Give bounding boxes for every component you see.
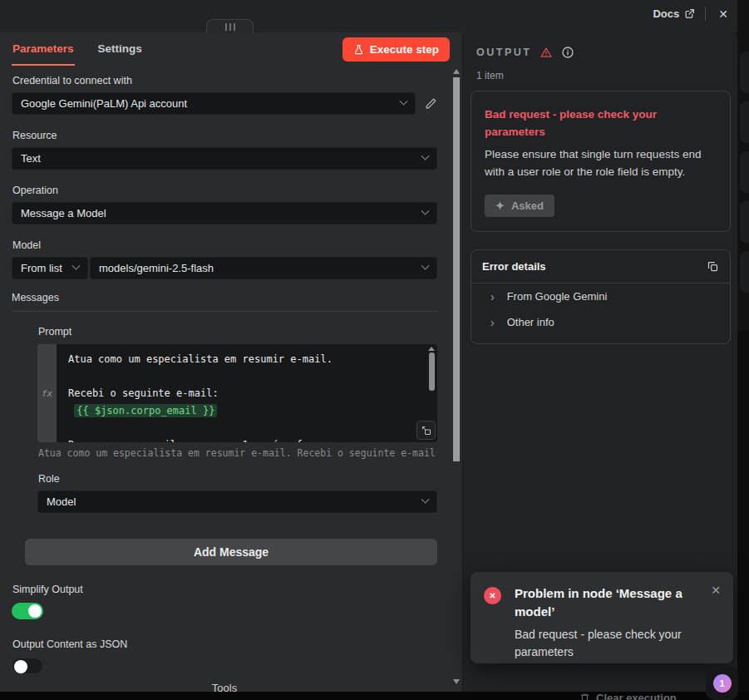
operation-select[interactable]: Message a Model: [12, 202, 437, 224]
chevron-down-icon: [72, 262, 81, 270]
tab-parameters[interactable]: Parameters: [12, 42, 75, 66]
panel-drag-handle[interactable]: [206, 19, 254, 33]
error-title: Bad request - please check your paramete…: [485, 106, 692, 140]
prompt-code[interactable]: Atua como um especialista em resumir e-m…: [57, 344, 437, 442]
error-details-header: Error details: [471, 250, 730, 283]
docs-link-label: Docs: [653, 7, 679, 20]
model-mode-select[interactable]: From list: [12, 257, 88, 279]
parameters-panel: Parameters Settings Execute step Credent…: [0, 32, 462, 692]
app-window: Docs ✕ Clear execution Parameters Settin…: [0, 0, 749, 700]
canvas-edge-lower: [737, 331, 749, 700]
sparkle-icon: ✦: [495, 200, 505, 212]
resource-field: Resource Text: [12, 130, 437, 170]
editor-scrollbar[interactable]: [428, 346, 435, 426]
docs-link[interactable]: Docs: [653, 7, 695, 20]
model-label: Model: [12, 239, 437, 251]
expression-token: {{ $json.corpo_email }}: [74, 404, 217, 417]
error-details-card: Error details › From Google Gemini › Oth…: [471, 249, 731, 344]
info-circle-icon[interactable]: [561, 46, 574, 59]
chevron-down-icon: [400, 97, 408, 106]
canvas-edge: [737, 0, 749, 700]
operation-label: Operation: [12, 185, 437, 196]
scroll-down-icon[interactable]: [453, 679, 460, 684]
error-card: Bad request - please check your paramete…: [471, 91, 731, 232]
ghost-node: [740, 201, 749, 243]
role-value: Model: [47, 495, 76, 508]
role-select[interactable]: Model: [37, 490, 437, 513]
tools-section: Tools +: [12, 682, 437, 692]
chevron-down-icon: [421, 152, 430, 160]
detail-row-other-info[interactable]: › Other info: [471, 309, 730, 335]
operation-value: Message a Model: [21, 207, 106, 219]
tab-settings[interactable]: Settings: [97, 42, 143, 66]
topbar-actions: Docs ✕: [653, 7, 731, 21]
copy-icon[interactable]: [707, 260, 719, 273]
toast-close-button[interactable]: ✕: [711, 584, 721, 597]
panel-body: Credential to connect with Google Gemini…: [0, 66, 462, 692]
execute-step-label: Execute step: [370, 43, 439, 56]
assistant-badge: 1: [713, 674, 732, 693]
simplify-output-toggle[interactable]: [12, 603, 43, 619]
clear-execution-label: Clear execution: [596, 692, 677, 700]
output-title: OUTPUT: [476, 47, 531, 58]
panel-header: Parameters Settings Execute step: [0, 32, 462, 66]
error-description: Please ensure that single turn requests …: [485, 146, 717, 180]
messages-section: Prompt fx Atua como um especialista em r…: [37, 326, 437, 513]
expand-editor-button[interactable]: [416, 421, 436, 440]
panel-scroll-thumb[interactable]: [453, 77, 460, 461]
ask-assistant-button[interactable]: ✦ Asked: [485, 195, 554, 217]
topbar-divider: [705, 7, 706, 21]
resource-label: Resource: [12, 130, 437, 141]
ghost-node: [740, 52, 749, 93]
error-toast: ✕ Problem in node ‘Message a model’ Bad …: [471, 572, 733, 663]
ghost-node: [740, 151, 749, 193]
trash-icon: [579, 693, 590, 700]
clear-execution-button[interactable]: Clear execution: [579, 692, 677, 700]
toast-title: Problem in node ‘Message a model’: [515, 584, 702, 621]
toast-description: Bad request - please check your paramete…: [515, 626, 720, 661]
detail-row-label: From Google Gemini: [507, 290, 608, 303]
prompt-preview: Atua como um especialista em resumir e-m…: [38, 447, 437, 459]
assistant-bubble[interactable]: 1: [706, 667, 738, 700]
external-link-icon: [684, 8, 695, 19]
output-json-toggle[interactable]: [12, 658, 43, 674]
error-details-title: Error details: [482, 260, 546, 273]
credential-value: Google Gemini(PaLM) Api account: [21, 97, 187, 110]
edit-credential-icon[interactable]: [425, 97, 437, 110]
chevron-right-icon: ›: [490, 291, 495, 303]
output-header: OUTPUT: [471, 46, 731, 59]
editor-scroll-thumb[interactable]: [429, 352, 435, 391]
role-label: Role: [38, 473, 437, 485]
chevron-down-icon: [421, 495, 430, 504]
ask-assistant-label: Asked: [511, 200, 544, 212]
top-bar: Docs ✕: [0, 0, 749, 32]
expression-gutter: fx: [37, 344, 57, 442]
credential-field: Credential to connect with Google Gemini…: [12, 75, 437, 115]
resource-select[interactable]: Text: [12, 147, 437, 170]
model-value: models/gemini-2.5-flash: [99, 262, 214, 274]
toggle-knob: [14, 660, 27, 673]
operation-field: Operation Message a Model: [12, 185, 437, 224]
prompt-editor[interactable]: fx Atua como um especialista em resumir …: [37, 344, 437, 442]
error-circle-icon: ✕: [484, 587, 501, 604]
model-mode-value: From list: [21, 262, 62, 274]
ndv-close-button[interactable]: ✕: [716, 7, 731, 21]
ghost-node: [740, 101, 749, 143]
chevron-down-icon: [421, 262, 430, 270]
model-select[interactable]: models/gemini-2.5-flash: [90, 257, 437, 279]
tools-label: Tools: [12, 682, 437, 692]
detail-row-from-google-gemini[interactable]: › From Google Gemini: [471, 283, 730, 309]
panel-scrollbar[interactable]: [452, 69, 460, 684]
expand-icon: [421, 426, 431, 436]
resource-value: Text: [21, 152, 41, 165]
scroll-up-icon[interactable]: [453, 69, 460, 74]
chevron-down-icon: [421, 207, 430, 215]
credential-select[interactable]: Google Gemini(PaLM) Api account: [12, 92, 416, 115]
add-message-button[interactable]: Add Message: [25, 539, 437, 565]
execute-step-button[interactable]: Execute step: [342, 37, 450, 62]
flask-icon: [353, 44, 364, 56]
scroll-up-icon[interactable]: [428, 347, 435, 351]
toggle-knob: [28, 604, 42, 618]
detail-row-label: Other info: [507, 316, 554, 328]
output-json-label: Output Content as JSON: [12, 638, 437, 650]
